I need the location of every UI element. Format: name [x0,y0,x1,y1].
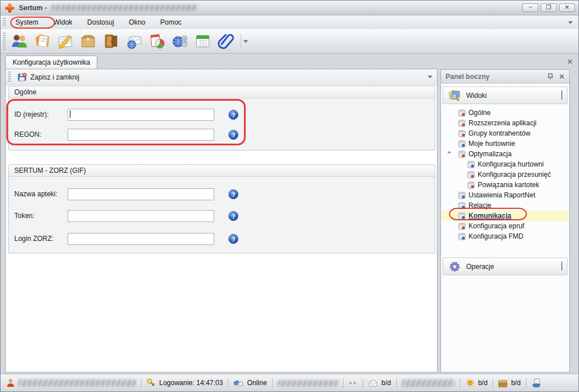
tree-item-rozszerzenia-aplikacji[interactable]: Rozszerzenia aplikacji [441,118,569,128]
user-icon [6,378,15,387]
report-pie-icon[interactable] [145,30,168,52]
crate-icon [498,379,507,387]
tab-close-icon[interactable]: ✕ [567,58,573,66]
redacted-status-text [277,380,338,386]
toolbar-grip[interactable] [3,33,6,49]
group-header-widoki[interactable]: Widoki [443,86,568,104]
app-logo-icon [5,3,14,13]
tree-item-moje-hurtownie[interactable]: Moje hurtownie [441,138,569,149]
groupbox-ogolne-title: Ogólne [14,88,37,96]
documents-icon[interactable] [31,30,54,52]
doc-toolbar-overflow-button[interactable] [428,76,432,78]
toolbar-overflow-button[interactable] [241,34,250,48]
view-item-icon [458,109,466,117]
view-item-icon [467,181,475,189]
groupbox-ogolne: Ogólne ID (rejestr): ? REGON: ? [8,86,435,151]
view-item-icon [458,140,466,148]
menu-widok[interactable]: Widok [46,16,80,29]
menu-system[interactable]: System [8,16,46,29]
online-label: Online [247,379,267,387]
status-user [6,378,136,387]
app-window: Sertum - – ❐ ✕ System Widok Dostosuj Okn… [0,0,579,392]
side-panel-close-icon[interactable]: ✕ [559,73,565,81]
status-redacted-info [278,380,338,386]
menu-dostosuj[interactable]: Dostosuj [80,16,121,29]
chevron-up-icon[interactable] [561,92,562,100]
help-icon[interactable]: ? [229,211,238,221]
tree-item-konfiguracja-epruf[interactable]: Konfiguracja epruf [441,221,569,231]
text-cursor [70,110,70,118]
menubar-overflow-button[interactable] [568,21,573,24]
close-button[interactable]: ✕ [559,3,575,12]
mail-globe-icon[interactable] [123,30,145,52]
box-icon[interactable] [77,30,100,52]
chevron-up-icon[interactable] [561,263,562,271]
tree-item-relacje[interactable]: Relacje [441,200,569,211]
view-item-icon [458,120,466,127]
tree-expander-icon[interactable] [447,151,451,155]
tree-item-komunikacja[interactable]: Komunikacja [441,211,569,221]
doc-toolbar-grip[interactable] [8,72,11,82]
calendar-icon[interactable] [191,30,214,52]
tree-item-ustawienia-raportnet[interactable]: Ustawienia RaportNet [441,190,569,200]
status-mail: b/d [368,379,391,387]
mail-bd-label: b/d [381,379,391,387]
status-indicator-dots: ●● [349,380,357,386]
online-icon [234,379,243,387]
menu-pomoc[interactable]: Pomoc [153,16,189,29]
tree-item-konfiguracja-przesuniec[interactable]: Konfiguracja przesunięć [441,169,569,180]
users-icon[interactable] [8,30,31,52]
group-widoki-label: Widoki [466,92,487,100]
paperclip-icon[interactable] [214,30,237,52]
tree-item-ogolne[interactable]: Ogólne [441,108,569,118]
status-login-time: Logowanie: 14:47:03 [147,378,223,387]
view-item-icon [458,151,466,158]
save-button-label: Zapisz i zamknij [30,73,79,81]
groupbox-sertum-zorz-header: SERTUM - ZORZ (GIF) [9,165,435,177]
notes-icon[interactable] [54,30,77,52]
nazwa-apteki-input[interactable] [68,188,214,200]
view-item-icon [458,233,466,240]
tree-item-konfiguracja-fmd[interactable]: Konfiguracja FMD [441,231,569,241]
maximize-button[interactable]: ❐ [541,3,557,12]
tree-item-optymalizacja[interactable]: Optymalizacja [441,149,569,159]
save-and-close-button[interactable]: Zapisz i zamknij [13,71,84,84]
login-zorz-input[interactable] [68,233,214,245]
tree-item-konfiguracja-hurtowni[interactable]: Konfiguracja hurtowni [441,159,569,169]
regon-input[interactable] [68,129,214,141]
token-input[interactable] [68,210,214,222]
tab-label: Konfiguracja użytkownika [13,58,90,66]
help-icon[interactable]: ? [229,189,238,199]
side-panel-title: Panel boczny [446,73,490,81]
menu-okno[interactable]: Okno [121,16,153,29]
id-rejestr-input[interactable] [68,109,214,121]
views-icon [448,89,462,102]
help-icon[interactable]: ? [229,130,238,140]
view-item-icon [467,161,475,168]
titlebar: Sertum - – ❐ ✕ [1,1,578,15]
menubar-grip[interactable] [3,18,6,27]
view-item-icon [467,171,475,179]
group-header-operacje[interactable]: Operacje [443,258,568,275]
redacted-title-text [51,5,198,11]
minimize-button[interactable]: – [522,3,538,12]
groupbox-ogolne-header: Ogólne [9,86,435,98]
save-icon [18,73,27,82]
nazwa-apteki-label: Nazwa apteki: [14,190,69,198]
tab-konfiguracja-uzytkownika[interactable]: Konfiguracja użytkownika [5,56,97,69]
view-item-icon [458,130,466,137]
help-icon[interactable]: ? [229,234,238,244]
globe-device-icon[interactable] [168,30,191,52]
status-send [531,378,542,387]
statusbar: Logowanie: 14:47:03 Online ●● b/d [1,374,578,391]
help-icon[interactable]: ? [229,110,238,120]
cabinet-icon[interactable] [100,30,123,52]
status-online: Online [234,379,267,387]
views-tree: Ogólne Rozszerzenia aplikacji Grupy kont… [441,108,569,241]
tree-item-grupy-kontrahentow[interactable]: Grupy kontrahentów [441,128,569,138]
pin-icon[interactable] [548,73,553,80]
crate-bd-label: b/d [511,379,521,387]
login-time-label: Logowanie: 14:47:03 [159,379,223,387]
view-item-icon [458,223,466,230]
tree-item-powiazania-kartotek[interactable]: Powiązania kartotek [441,180,569,190]
